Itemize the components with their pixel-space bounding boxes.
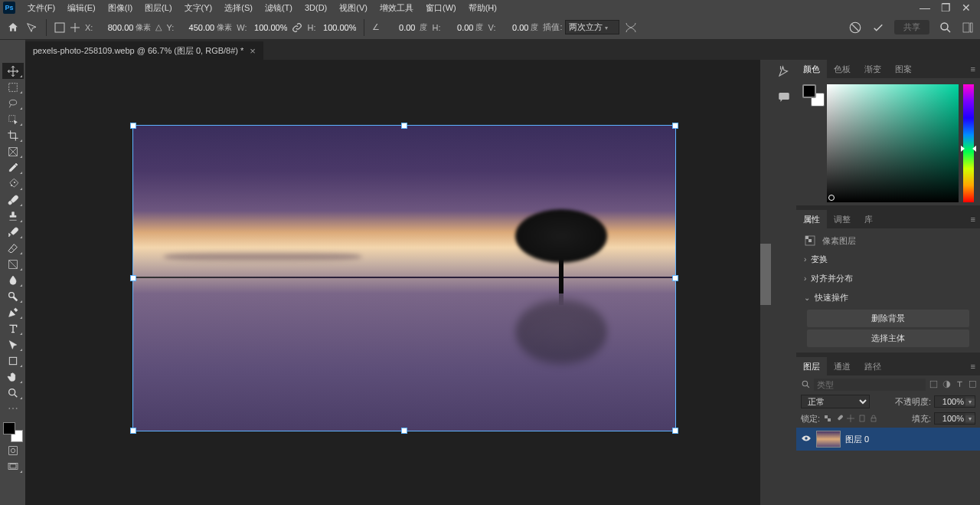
- tab-swatches[interactable]: 色板: [827, 60, 858, 78]
- menu-layer[interactable]: 图层(L): [139, 0, 178, 15]
- transform-handle-tl[interactable]: [130, 123, 136, 129]
- commit-transform-icon[interactable]: [871, 21, 885, 34]
- transform-handle-tr[interactable]: [672, 123, 678, 129]
- tab-properties[interactable]: 属性: [796, 210, 827, 228]
- transform-handle-mr[interactable]: [672, 275, 678, 281]
- crop-tool[interactable]: [2, 127, 24, 143]
- tab-layers[interactable]: 图层: [796, 357, 827, 375]
- filter-type-icon[interactable]: [955, 379, 965, 391]
- maximize-button[interactable]: ❐: [941, 2, 951, 14]
- tab-adjustments[interactable]: 调整: [827, 210, 858, 228]
- shape-tool[interactable]: [2, 353, 24, 369]
- triangle-icon[interactable]: △: [155, 22, 162, 32]
- filter-shape-icon[interactable]: [968, 379, 978, 391]
- reference-point-icon[interactable]: [54, 22, 65, 33]
- menu-plugins[interactable]: 增效工具: [374, 0, 420, 15]
- layer-item[interactable]: 图层 0: [796, 428, 980, 451]
- tab-library[interactable]: 库: [858, 210, 880, 228]
- menu-filter[interactable]: 滤镜(T): [259, 0, 299, 15]
- hand-tool[interactable]: [2, 369, 24, 385]
- pen-tool[interactable]: [2, 304, 24, 320]
- hskew-input[interactable]: [443, 23, 473, 32]
- interp-select[interactable]: 两次立方 ▾: [565, 20, 619, 34]
- opacity-input[interactable]: [935, 396, 965, 407]
- history-brush-tool[interactable]: [2, 224, 24, 240]
- filter-pixel-icon[interactable]: [929, 379, 939, 391]
- relative-position-icon[interactable]: [70, 22, 80, 33]
- document-tab[interactable]: pexels-photo-258109.webp @ 66.7% (图层 0, …: [25, 41, 263, 60]
- close-tab-icon[interactable]: ×: [250, 45, 256, 57]
- minimize-button[interactable]: —: [920, 2, 930, 14]
- link-wh-icon[interactable]: [292, 22, 302, 33]
- lock-pixels-icon[interactable]: [835, 414, 844, 423]
- lock-artboard-icon[interactable]: [858, 414, 867, 423]
- blur-tool[interactable]: [2, 272, 24, 288]
- gradient-tool[interactable]: [2, 256, 24, 272]
- tool-preset-icon[interactable]: [24, 21, 38, 34]
- zoom-tool[interactable]: [2, 385, 24, 401]
- search-icon[interactable]: [939, 21, 952, 34]
- history-panel-icon[interactable]: [777, 64, 791, 78]
- move-tool[interactable]: [2, 63, 24, 79]
- lock-position-icon[interactable]: [846, 414, 855, 423]
- menu-type[interactable]: 文字(Y): [178, 0, 219, 15]
- menu-image[interactable]: 图像(I): [102, 0, 139, 15]
- w-input[interactable]: [249, 23, 287, 32]
- dodge-tool[interactable]: [2, 288, 24, 304]
- tab-paths[interactable]: 路径: [858, 357, 888, 375]
- fill-input[interactable]: [935, 413, 965, 424]
- menu-window[interactable]: 窗口(W): [420, 0, 462, 15]
- screen-mode-icon[interactable]: [2, 458, 24, 474]
- path-select-tool[interactable]: [2, 336, 24, 353]
- layer-name[interactable]: 图层 0: [845, 434, 869, 445]
- stamp-tool[interactable]: [2, 208, 24, 224]
- share-button[interactable]: 共享: [894, 20, 929, 34]
- remove-background-button[interactable]: 删除背景: [807, 310, 969, 327]
- transform-handle-tc[interactable]: [401, 123, 407, 129]
- frame-tool[interactable]: [2, 143, 24, 159]
- menu-select[interactable]: 选择(S): [218, 0, 259, 15]
- layer-thumbnail[interactable]: [816, 431, 841, 448]
- workspace-icon[interactable]: [962, 21, 974, 34]
- eyedropper-tool[interactable]: [2, 159, 24, 175]
- color-foreground-background[interactable]: [802, 84, 822, 104]
- lock-transparency-icon[interactable]: [823, 414, 832, 423]
- document-canvas[interactable]: [132, 125, 676, 431]
- warp-icon[interactable]: [624, 21, 638, 34]
- h-input[interactable]: [318, 23, 356, 32]
- transform-handle-bc[interactable]: [401, 428, 407, 434]
- vertical-scrollbar[interactable]: [760, 60, 771, 505]
- panel-menu-icon[interactable]: ≡: [966, 362, 980, 371]
- tab-color[interactable]: 颜色: [796, 60, 827, 78]
- edit-toolbar-icon[interactable]: ⋯: [8, 402, 18, 415]
- menu-edit[interactable]: 编辑(E): [61, 0, 102, 15]
- home-icon[interactable]: [6, 21, 20, 34]
- transform-handle-ml[interactable]: [130, 275, 136, 281]
- color-swatches[interactable]: [3, 422, 23, 442]
- fill-dropdown-icon[interactable]: ▾: [965, 415, 975, 422]
- section-transform[interactable]: ›变换: [796, 250, 980, 269]
- comments-panel-icon[interactable]: [777, 90, 791, 104]
- opacity-dropdown-icon[interactable]: ▾: [965, 398, 975, 405]
- quick-mask-icon[interactable]: [2, 442, 24, 458]
- heal-tool[interactable]: [2, 175, 24, 192]
- menu-3d[interactable]: 3D(D): [299, 0, 333, 15]
- tab-channels[interactable]: 通道: [827, 357, 858, 375]
- brush-tool[interactable]: [2, 192, 24, 208]
- eraser-tool[interactable]: [2, 240, 24, 256]
- tab-gradients[interactable]: 渐变: [858, 60, 888, 78]
- lasso-tool[interactable]: [2, 95, 24, 111]
- section-align[interactable]: ›对齐并分布: [796, 269, 980, 288]
- menu-file[interactable]: 文件(F): [21, 0, 61, 15]
- vskew-input[interactable]: [498, 23, 528, 32]
- menu-view[interactable]: 视图(V): [333, 0, 374, 15]
- transform-handle-br[interactable]: [672, 428, 678, 434]
- panel-menu-icon[interactable]: ≡: [966, 64, 980, 74]
- x-input[interactable]: [95, 23, 133, 32]
- marquee-tool[interactable]: [2, 79, 24, 95]
- canvas-area[interactable]: [25, 60, 771, 505]
- menu-help[interactable]: 帮助(H): [462, 0, 503, 15]
- panel-menu-icon[interactable]: ≡: [966, 215, 980, 224]
- angle-input[interactable]: [384, 23, 415, 32]
- filter-adjust-icon[interactable]: [942, 379, 952, 391]
